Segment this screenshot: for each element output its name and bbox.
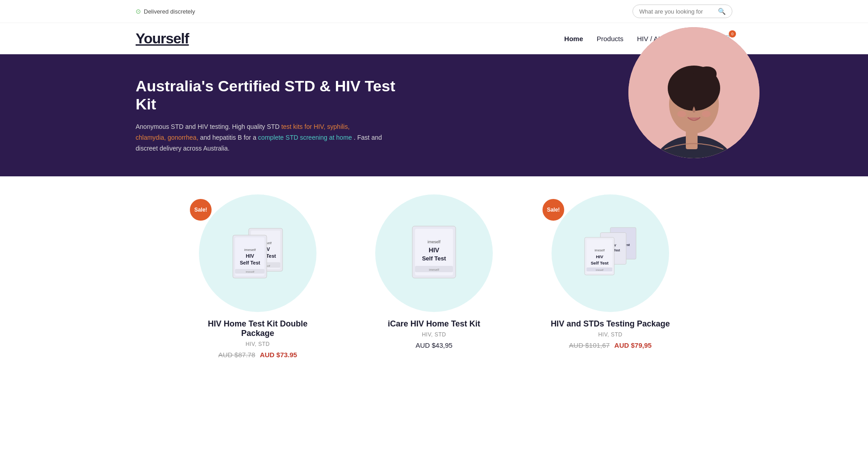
product-circle-2: imeself HIV Self Test imeself — [375, 194, 493, 312]
nav-item-home[interactable]: Home — [564, 35, 583, 43]
product-name-3: HIV and STDs Testing Package — [551, 319, 670, 329]
price-original-1: AUD $87.78 — [218, 351, 255, 359]
price-sale-1: AUD $73.95 — [260, 351, 297, 359]
svg-text:imeself: imeself — [596, 269, 604, 271]
hero-link-gonorrhea[interactable]: gonorrhea, — [168, 134, 198, 141]
check-icon: ⊙ — [136, 8, 141, 15]
price-original-3: AUD $101,67 — [569, 341, 610, 349]
svg-text:Self Test: Self Test — [591, 260, 609, 265]
svg-point-8 — [683, 101, 689, 105]
svg-text:Self Test: Self Test — [240, 260, 260, 265]
product-image-wrap-3: Sale! HIV Self Test HIV Self Test — [529, 194, 692, 312]
product-image-wrap-2: imeself HIV Self Test imeself — [353, 194, 515, 312]
product-price-2: AUD $43,95 — [415, 341, 453, 349]
product-circle-1: imeself HIV Self Test imeself imeself HI… — [199, 194, 316, 312]
sale-badge-1: Sale! — [190, 199, 212, 221]
product-image-2: imeself HIV Self Test imeself — [402, 217, 466, 289]
products-section: Sale! imeself HIV Self Test imeself — [0, 176, 868, 386]
nav-link-products[interactable]: Products — [597, 35, 623, 43]
svg-text:imeself: imeself — [594, 249, 604, 252]
product-circle-3: HIV Self Test HIV Self Test imeself HIV … — [552, 194, 669, 312]
search-input[interactable] — [639, 8, 715, 15]
hero-image — [628, 27, 760, 199]
svg-text:imeself: imeself — [245, 270, 254, 273]
hero-link-syphilis[interactable]: syphilis, — [327, 123, 350, 130]
product-card-icare-hiv[interactable]: imeself HIV Self Test imeself iCare HIV … — [353, 194, 515, 359]
price-regular-2: AUD $43,95 — [415, 341, 453, 349]
sale-badge-3: Sale! — [542, 199, 564, 221]
svg-text:imeself: imeself — [244, 248, 256, 252]
hero-image-circle — [628, 27, 760, 158]
hero-desc-mid: and hepatitis B for a — [200, 134, 258, 141]
svg-point-9 — [698, 101, 705, 105]
hero-banner: Australia's Certified STD & HIV Test Kit… — [0, 54, 868, 176]
hero-desc-prefix: Anonymous STD and HIV testing. High qual… — [136, 123, 281, 130]
product-name-2: iCare HIV Home Test Kit — [388, 319, 481, 329]
search-bar-container[interactable]: 🔍 — [632, 5, 732, 18]
product-image-wrap-1: Sale! imeself HIV Self Test imeself — [176, 194, 339, 312]
product-tags-3: HIV, STD — [598, 331, 623, 338]
product-card-hiv-double[interactable]: Sale! imeself HIV Self Test imeself — [176, 194, 339, 359]
svg-text:imeself: imeself — [429, 268, 439, 271]
product-tags-1: HIV, STD — [245, 341, 270, 347]
top-bar: ⊙ Delivered discretely 🔍 — [0, 0, 868, 23]
products-grid: Sale! imeself HIV Self Test imeself — [90, 194, 778, 359]
delivery-notice: ⊙ Delivered discretely — [136, 8, 195, 15]
hero-title: Australia's Certified STD & HIV Test Kit — [136, 77, 398, 114]
hero-link-hiv[interactable]: test kits for HIV, — [281, 123, 326, 130]
nav-item-products[interactable]: Products — [597, 35, 623, 43]
svg-text:HIV: HIV — [429, 246, 439, 254]
product-image-3: HIV Self Test HIV Self Test imeself HIV … — [579, 217, 642, 289]
product-image-1: imeself HIV Self Test imeself imeself HI… — [226, 217, 289, 289]
hero-description: Anonymous STD and HIV testing. High qual… — [136, 122, 398, 154]
price-sale-3: AUD $79,95 — [614, 341, 652, 349]
svg-text:imeself: imeself — [428, 240, 441, 244]
hero-person-image — [628, 27, 760, 158]
svg-text:HIV: HIV — [596, 254, 604, 259]
svg-text:Self Test: Self Test — [422, 255, 446, 262]
product-card-hiv-std[interactable]: Sale! HIV Self Test HIV Self Test — [529, 194, 692, 359]
svg-text:HIV: HIV — [246, 253, 255, 259]
product-name-1: HIV Home Test Kit Double Package — [208, 319, 308, 338]
search-icon: 🔍 — [718, 8, 726, 15]
delivery-text: Delivered discretely — [144, 8, 195, 15]
hero-link-complete[interactable]: complete STD screening at home — [258, 134, 352, 141]
svg-point-10 — [677, 111, 686, 117]
svg-point-11 — [702, 111, 711, 117]
product-tags-2: HIV, STD — [422, 331, 446, 338]
hero-link-chlamydia[interactable]: chlamydia, — [136, 134, 166, 141]
hero-content: Australia's Certified STD & HIV Test Kit… — [136, 77, 398, 154]
nav-link-home[interactable]: Home — [564, 35, 583, 43]
logo[interactable]: Yourself — [136, 30, 189, 47]
product-price-3: AUD $101,67 AUD $79,95 — [569, 341, 652, 349]
product-price-1: AUD $87.78 AUD $73.95 — [218, 351, 297, 359]
